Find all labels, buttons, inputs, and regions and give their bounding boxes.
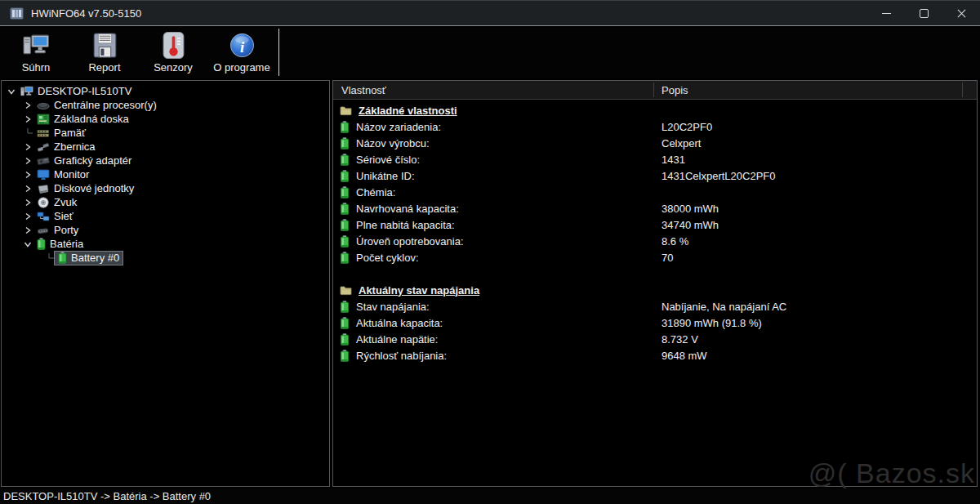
chevron-right-icon[interactable] — [21, 225, 33, 235]
toolbar-button-summary[interactable]: Súhrn — [2, 27, 70, 78]
toolbar: SúhrnReportSenzoryiO programe — [0, 27, 980, 78]
chevron-right-icon[interactable] — [21, 197, 33, 207]
column-header-description[interactable]: Popis — [662, 84, 688, 96]
chevron-down-icon[interactable] — [21, 239, 33, 249]
tree-item-label: Centrálne procesor(y) — [54, 99, 157, 111]
svg-text:i: i — [239, 38, 244, 56]
chevron-right-icon[interactable] — [21, 211, 33, 221]
chevron-right-icon[interactable] — [21, 155, 33, 166]
property-row[interactable]: Chémia: — [333, 184, 977, 200]
tree-item-gpu[interactable]: Grafický adaptér — [2, 154, 329, 167]
property-row[interactable]: Počet cyklov:70 — [333, 249, 977, 265]
property-row[interactable]: Unikátne ID:1431CelxpertL20C2PF0 — [333, 167, 977, 184]
floppy-icon — [91, 32, 118, 59]
property-label: Unikátne ID: — [356, 170, 415, 182]
tree-item-battery-0[interactable]: Battery #0 — [2, 251, 329, 265]
computer-icon — [20, 86, 33, 97]
memory-icon — [37, 127, 50, 139]
toolbar-button-report[interactable]: Report — [70, 27, 139, 78]
property-value: 34740 mWh — [662, 219, 719, 231]
battery-icon — [340, 170, 350, 182]
tree-item-label: Monitor — [54, 168, 89, 181]
column-header-property[interactable]: Vlastnosť — [333, 84, 386, 96]
property-value: 9648 mW — [662, 350, 707, 362]
system-tree-panel: DESKTOP-IL510TVCentrálne procesor(y)Zákl… — [1, 80, 330, 487]
property-row[interactable]: Aktuálna kapacita:31890 mWh (91.8 %) — [333, 314, 977, 331]
property-label: Plne nabitá kapacita: — [356, 219, 455, 231]
chevron-right-icon[interactable] — [21, 141, 33, 152]
tree-item-computer[interactable]: DESKTOP-IL510TV — [2, 84, 329, 98]
tree-item-memory[interactable]: Pamäť — [2, 126, 329, 140]
close-button[interactable] — [942, 1, 980, 25]
app-icon — [10, 7, 24, 20]
property-row[interactable]: Plne nabitá kapacita:34740 mWh — [333, 216, 977, 233]
battery-icon — [340, 219, 350, 231]
info-icon: i — [229, 32, 256, 59]
chevron-right-icon[interactable] — [21, 169, 33, 180]
property-label: Názov výrobcu: — [356, 137, 430, 149]
disk-icon — [37, 183, 50, 194]
property-value: 31890 mWh (91.8 %) — [662, 317, 762, 329]
property-row[interactable]: Názov výrobcu:Celxpert — [333, 135, 977, 151]
titlebar: HWiNFO64 v7.50-5150 — [0, 0, 980, 26]
close-icon — [957, 9, 966, 18]
thermometer-icon — [160, 32, 187, 59]
battery-icon — [58, 252, 67, 264]
computer-icon — [23, 32, 50, 59]
toolbar-button-sensors[interactable]: Senzory — [139, 27, 207, 78]
battery-icon — [37, 238, 46, 250]
tree-item-label: Zbernica — [54, 140, 96, 153]
tree-item-network[interactable]: Sieť — [2, 209, 329, 223]
tree-item-disks[interactable]: Diskové jednotky — [2, 181, 329, 195]
folder-icon — [340, 105, 352, 116]
chevron-down-icon[interactable] — [5, 86, 17, 96]
battery-icon — [340, 333, 350, 346]
tree-item-label: DESKTOP-IL510TV — [38, 85, 131, 97]
property-label: Chémia: — [356, 186, 395, 198]
motherboard-icon — [37, 114, 50, 125]
folder-icon — [340, 285, 352, 296]
tree-item-monitor[interactable]: Monitor — [2, 167, 329, 181]
sound-icon — [37, 197, 50, 208]
tree-item-battery[interactable]: Batéria — [2, 237, 329, 251]
column-divider[interactable] — [653, 83, 654, 97]
property-row[interactable]: Rýchlosť nabíjania:9648 mW — [333, 347, 977, 364]
battery-icon — [340, 301, 350, 313]
statusbar-text: DESKTOP-IL510TV -> Batéria -> Battery #0 — [3, 490, 211, 502]
property-row[interactable]: Navrhovaná kapacita:38000 mWh — [333, 200, 977, 216]
network-icon — [37, 211, 50, 222]
tree-item-ports[interactable]: Porty — [2, 223, 329, 237]
tree-item-motherboard[interactable]: Základná doska — [2, 112, 329, 126]
tree-item-label: Batéria — [50, 238, 83, 250]
section-header[interactable]: Aktuálny stav napájania — [333, 282, 977, 298]
column-divider[interactable] — [962, 83, 963, 97]
battery-icon — [340, 154, 350, 166]
maximize-button[interactable] — [905, 1, 942, 25]
chevron-right-icon[interactable] — [21, 114, 33, 124]
property-label: Navrhovaná kapacita: — [356, 203, 459, 215]
minimize-button[interactable] — [867, 1, 905, 25]
property-label: Počet cyklov: — [356, 252, 419, 264]
statusbar: DESKTOP-IL510TV -> Batéria -> Battery #0 — [0, 488, 980, 504]
property-value: 1431CelxpertL20C2PF0 — [662, 170, 775, 182]
property-row[interactable]: Úroveň opotrebovania:8.6 % — [333, 233, 977, 249]
property-row[interactable]: Aktuálne napätie:8.732 V — [333, 331, 977, 347]
property-row[interactable]: Názov zariadenia:L20C2PF0 — [333, 118, 977, 135]
toolbar-button-about[interactable]: iO programe — [207, 27, 276, 78]
battery-icon — [340, 203, 350, 215]
property-value: 1431 — [662, 154, 685, 166]
tree-item-cpu[interactable]: Centrálne procesor(y) — [2, 98, 329, 112]
window-title: HWiNFO64 v7.50-5150 — [31, 7, 141, 20]
tree-item-sound[interactable]: Zvuk — [2, 195, 329, 209]
tree-item-label: Porty — [54, 224, 78, 236]
property-section: Základné vlastnostiNázov zariadenia:L20C… — [333, 102, 977, 265]
tree-item-bus[interactable]: Zbernica — [2, 140, 329, 154]
property-row[interactable]: Sériové číslo:1431 — [333, 151, 977, 167]
property-row[interactable]: Stav napájania:Nabíjanie, Na napájaní AC — [333, 298, 977, 314]
section-title: Aktuálny stav napájania — [359, 284, 479, 297]
property-label: Sériové číslo: — [356, 154, 420, 166]
section-header[interactable]: Základné vlastnosti — [333, 102, 977, 118]
chevron-right-icon[interactable] — [21, 100, 33, 110]
tree-line-icon — [42, 252, 55, 263]
chevron-right-icon[interactable] — [21, 183, 33, 194]
